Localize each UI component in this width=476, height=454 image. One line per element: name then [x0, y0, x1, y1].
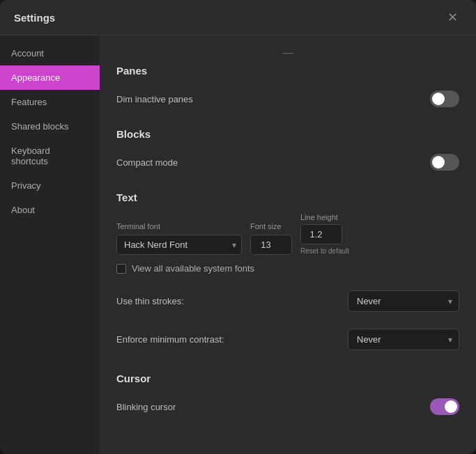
- modal-title: Settings: [14, 12, 55, 24]
- panes-section: Panes Dim inactive panes: [116, 65, 459, 111]
- view-all-fonts-row: View all available system fonts: [116, 263, 459, 274]
- dim-inactive-panes-track[interactable]: [430, 91, 459, 107]
- settings-modal: Settings ✕ Account Appearance Features S…: [0, 0, 476, 454]
- sidebar: Account Appearance Features Shared block…: [0, 36, 100, 454]
- dim-inactive-panes-row: Dim inactive panes: [116, 86, 459, 111]
- use-thin-strokes-select[interactable]: Never Always When dark When light: [348, 290, 459, 312]
- dim-inactive-panes-label: Dim inactive panes: [116, 94, 193, 104]
- sidebar-item-features[interactable]: Features: [0, 90, 100, 114]
- terminal-font-select[interactable]: Hack Nerd Font: [116, 235, 242, 255]
- blinking-cursor-toggle[interactable]: [430, 398, 459, 415]
- modal-body: Account Appearance Features Shared block…: [0, 36, 476, 454]
- enforce-min-contrast-select[interactable]: Never Always When dark When light: [348, 329, 459, 350]
- sidebar-item-appearance[interactable]: Appearance: [0, 65, 100, 90]
- scroll-indicator: —: [116, 47, 459, 65]
- line-height-group: Line height Reset to default: [300, 213, 349, 255]
- sidebar-item-shared-blocks[interactable]: Shared blocks: [0, 114, 100, 139]
- font-size-input[interactable]: [250, 235, 292, 255]
- panes-title: Panes: [116, 65, 459, 77]
- terminal-font-label: Terminal font: [116, 222, 242, 230]
- text-title: Text: [116, 191, 459, 203]
- text-section: Text Terminal font Hack Nerd Font Font: [116, 191, 459, 356]
- terminal-font-group: Terminal font Hack Nerd Font: [116, 222, 242, 255]
- line-height-label: Line height: [300, 213, 349, 221]
- sidebar-item-account[interactable]: Account: [0, 41, 100, 65]
- close-button[interactable]: ✕: [443, 10, 462, 25]
- font-size-group: Font size: [250, 222, 292, 255]
- use-thin-strokes-label: Use thin strokes:: [116, 296, 184, 306]
- enforce-min-contrast-label: Enforce minimum contrast:: [116, 334, 224, 345]
- terminal-font-select-wrapper[interactable]: Hack Nerd Font: [116, 235, 242, 255]
- dim-inactive-panes-toggle[interactable]: [430, 91, 459, 107]
- blinking-cursor-label: Blinking cursor: [116, 402, 176, 412]
- sidebar-item-about[interactable]: About: [0, 198, 100, 222]
- reset-to-default-link[interactable]: Reset to default: [300, 247, 349, 255]
- view-all-fonts-checkbox[interactable]: [116, 264, 126, 274]
- font-fields-row: Terminal font Hack Nerd Font Font size: [116, 213, 459, 255]
- font-size-label: Font size: [250, 222, 292, 230]
- view-all-fonts-label: View all available system fonts: [132, 263, 254, 274]
- compact-mode-row: Compact mode: [116, 150, 459, 175]
- modal-header: Settings ✕: [0, 0, 476, 36]
- enforce-min-contrast-row: Enforce minimum contrast: Never Always W…: [116, 323, 459, 356]
- sidebar-item-keyboard-shortcuts[interactable]: Keyboard shortcuts: [0, 139, 100, 173]
- blinking-cursor-row: Blinking cursor: [116, 394, 459, 419]
- blocks-section: Blocks Compact mode: [116, 128, 459, 175]
- sidebar-item-privacy[interactable]: Privacy: [0, 173, 100, 198]
- compact-mode-track[interactable]: [430, 154, 459, 171]
- content-area: — Panes Dim inactive panes Blocks Compac…: [100, 36, 476, 454]
- blinking-cursor-track[interactable]: [430, 398, 459, 415]
- line-height-input[interactable]: [300, 224, 342, 244]
- cursor-title: Cursor: [116, 373, 459, 384]
- blocks-title: Blocks: [116, 128, 459, 140]
- compact-mode-toggle[interactable]: [430, 154, 459, 171]
- use-thin-strokes-select-wrapper[interactable]: Never Always When dark When light: [348, 290, 459, 312]
- cursor-section: Cursor Blinking cursor: [116, 373, 459, 419]
- use-thin-strokes-row: Use thin strokes: Never Always When dark…: [116, 285, 459, 318]
- compact-mode-label: Compact mode: [116, 157, 178, 168]
- enforce-min-contrast-select-wrapper[interactable]: Never Always When dark When light: [348, 329, 459, 350]
